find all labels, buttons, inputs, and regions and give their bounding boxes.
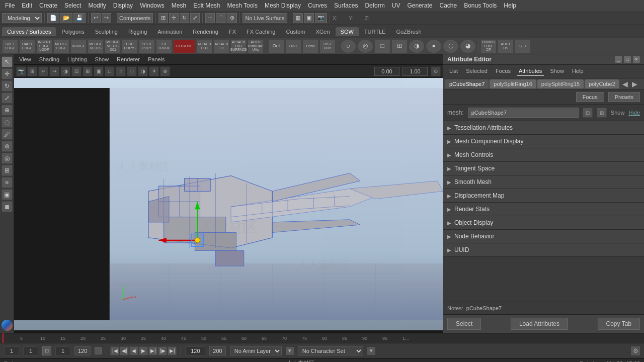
vp-xray-btn[interactable]: ◌ [127,66,137,76]
section-node-behavior-header[interactable]: ▶ Node Behavior [443,230,644,243]
vp-persp-btn[interactable]: ⊞ [27,66,37,76]
undo-btn[interactable]: ↩ [91,13,101,23]
merge-verts-btn[interactable]: MERGEVERTS [88,39,104,53]
current-frame-input[interactable]: 1 [23,346,38,355]
prev-key-btn[interactable]: ◀| [120,346,129,355]
menu-curves[interactable]: Curves [305,1,330,10]
vp-shader-btn[interactable]: ◑ [138,66,148,76]
vp-camera-btn[interactable]: 📷 [16,66,26,76]
mesh-value-input[interactable]: pCubeShape7 [468,108,579,118]
menu-mesh[interactable]: Mesh [169,1,189,10]
vp-value2-input[interactable]: 1.00 [403,67,428,76]
attr-maximize-btn[interactable]: □ [624,56,631,63]
save-scene-btn[interactable]: 💾 [73,13,86,23]
transform-btn[interactable]: ✛ [169,13,179,23]
char-set-dropdown[interactable]: No Character Set [298,346,363,355]
presets-button[interactable]: Presets [608,92,640,102]
frame-end-input[interactable]: 120 [185,346,205,355]
slh-btn[interactable]: SLH [515,39,531,53]
attach-surface-btn[interactable]: ATTACHOBJSURFACE [230,39,247,53]
section-smooth-mesh-header[interactable]: ▶ Smooth Mesh [443,175,644,189]
extrude-red-btn[interactable]: EXTRUDE [173,39,195,53]
vp-view-menu[interactable]: View [17,56,33,63]
vp-wire-btn[interactable]: □ [105,66,115,76]
render-btn[interactable]: ▦ [293,13,303,23]
rotate-btn[interactable]: ↻ [180,13,189,23]
select-tool-btn[interactable]: ↖ [2,56,13,67]
node-tab-prev-arrow[interactable]: ◀ [620,80,630,88]
vp-renderer-menu[interactable]: Renderer [115,56,142,63]
maya-icon[interactable] [2,320,13,331]
cube-btn[interactable]: □ [374,39,390,53]
extrude-btn[interactable]: EXTRUDE [156,39,172,53]
tab-animation[interactable]: Animation [152,27,187,36]
menu-help[interactable]: Help [501,1,519,10]
select-footer-btn[interactable]: Select [447,318,481,330]
section-mesh-component-header[interactable]: ▶ Mesh Component Display [443,135,644,148]
hard-edge-btn[interactable]: HARDEDGE [19,39,35,53]
menu-edit-mesh[interactable]: Edit Mesh [190,1,223,10]
live-surface-btn[interactable]: No Live Surface [243,13,287,23]
node-tab-polycube2[interactable]: polyCube2 [585,79,619,88]
menu-edit[interactable]: Edit [19,1,35,10]
lasso-btn[interactable]: ◌ [2,117,13,128]
next-key-btn[interactable]: |▶ [158,346,167,355]
scale-tool-btn[interactable]: ⤢ [2,93,13,104]
vp-poly-btn[interactable]: ▣ [94,66,104,76]
bonus-tool-btn[interactable]: BONUSTOOLCP [480,39,497,53]
menu-generate[interactable]: Generate [404,1,435,10]
load-attributes-btn[interactable]: Load Attributes [511,318,568,330]
section-tangent-space-header[interactable]: ▶ Tangent Space [443,162,644,175]
attr-tab-attributes[interactable]: Attributes [517,67,544,76]
camera2-btn[interactable]: ◑ [409,39,425,53]
menu-file[interactable]: File [2,1,18,10]
node-tab-polysplitring16[interactable]: polySplitRing16 [490,79,536,88]
section-uuid-header[interactable]: ▶ UUID [443,243,644,256]
vp-grid3-btn[interactable]: ⊞ [83,66,93,76]
grid2-btn[interactable]: ⊞ [2,165,13,176]
anim-layer-options-btn[interactable]: ▼ [286,347,294,355]
snap-grid-btn[interactable]: ⊹ [205,13,215,23]
auto-unwrap-btn[interactable]: AUTOUNWRAPUVs [248,39,264,53]
tab-xgen[interactable]: XGen [310,27,335,36]
attach-lic-btn[interactable]: ATTACHLIC [213,39,229,53]
section-object-display-header[interactable]: ▶ Object Display [443,216,644,229]
render2-btn[interactable]: ◕ [460,39,476,53]
new-scene-btn[interactable]: 📄 [47,13,59,23]
vp-isolate-btn[interactable]: ◑ [60,66,70,76]
viewport-canvas[interactable]: x y 人人素材区 人人素材区 人人素材区 [14,78,443,330]
menu-display[interactable]: Display [110,1,136,10]
vp-panels-menu[interactable]: Panels [146,56,167,63]
show-manipulator-btn[interactable]: ⊕ [2,105,13,116]
menu-modify[interactable]: Modify [85,1,109,10]
menu-create[interactable]: Create [36,1,60,10]
sphere-btn[interactable]: ○ [340,39,356,53]
timeline-tool-btn[interactable]: ≣ [2,201,13,212]
attr-close-btn[interactable]: ✕ [633,56,640,63]
copy-tab-btn[interactable]: Copy Tab [598,318,640,330]
menu-uv[interactable]: UV [389,1,404,10]
focus-button[interactable]: Focus [576,92,604,102]
play-btn[interactable]: ▶ [139,346,148,355]
vp-light-btn[interactable]: ☀ [149,66,159,76]
vp-undo-btn[interactable]: ↩ [38,66,48,76]
mesh-icon-btn-2[interactable]: ⊞ [597,108,607,118]
attr-tab-focus[interactable]: Focus [494,67,513,76]
layers-btn[interactable]: ≡ [2,177,13,188]
anim-layer-dropdown[interactable]: No Anim Layer [230,346,282,355]
section-mesh-controls-header[interactable]: ▶ Mesh Controls [443,148,644,161]
attr-minimize-btn[interactable]: _ [615,56,622,63]
soft-select-btn[interactable]: ◎ [2,153,13,164]
mode-dropdown[interactable]: Modeling [2,13,42,23]
start-frame-input[interactable]: 1 [4,346,19,355]
snap-point-btn[interactable]: ⊕ [227,13,237,23]
section-tessellation-header[interactable]: ▶ Tessellation Attributes [443,121,644,134]
mesh-icon-btn-1[interactable]: ⊡ [583,108,593,118]
tab-curves-surfaces[interactable]: Curves / Surfaces [2,27,56,36]
vp-smooth-btn[interactable]: ○ [116,66,126,76]
attr-tab-show[interactable]: Show [548,67,566,76]
vp-frame-all-btn[interactable]: ⊡ [71,66,82,76]
menu-surfaces[interactable]: Surfaces [331,1,361,10]
insert-edge-loop-btn[interactable]: INSERTEDGELOOP [36,39,52,53]
vp-show-menu[interactable]: Show [93,56,111,63]
